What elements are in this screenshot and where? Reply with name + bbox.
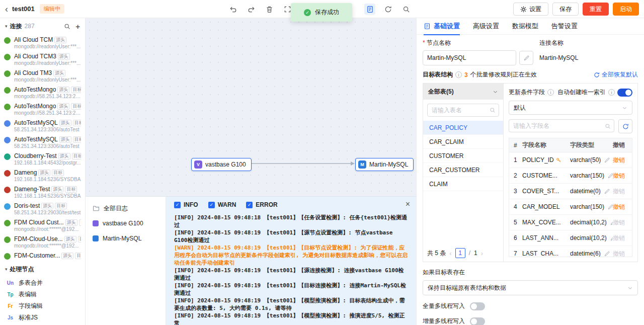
process-node-label: 表编辑 <box>19 290 37 299</box>
info-icon <box>547 89 554 96</box>
connection-list-item[interactable]: AutoTestMySQL源头目标58.251.34.123:3306/auto… <box>0 117 85 134</box>
search-icon[interactable] <box>400 4 412 15</box>
table-search-input[interactable] <box>427 104 499 117</box>
log-nav-label: 全部日志 <box>104 204 128 213</box>
log-filter-error[interactable]: ERROR <box>246 201 277 208</box>
restore-defaults-link[interactable]: 全部恢复默认 <box>594 70 638 79</box>
table-list-item[interactable]: CLAIM <box>423 177 503 191</box>
field-index: 3 <box>509 188 522 195</box>
connection-name: AutoTestMongo <box>14 86 56 93</box>
log-filter-warn[interactable]: WARN <box>208 201 236 208</box>
process-node-item[interactable]: Js标准JS <box>0 312 85 323</box>
delete-icon[interactable] <box>264 4 275 15</box>
full-thread-toggle[interactable] <box>470 302 485 310</box>
undo-link[interactable]: 撤销 <box>613 172 632 180</box>
tab-basic[interactable]: 基础设置 <box>424 18 460 35</box>
auto-index-toggle[interactable] <box>617 89 632 97</box>
connection-name-row: AutoTestMongo源头目标 <box>14 86 81 93</box>
flow-canvas[interactable]: V vastbase G100 M Martin-MySQL 全部日志vastb… <box>86 18 416 325</box>
back-icon[interactable]: ‹ <box>5 5 8 14</box>
connection-list-item[interactable]: Doris-test源头目标58.251.34.123:29030/test/t… <box>0 200 85 217</box>
connection-list-item[interactable]: Dameng-Test源头目标192.168.1.184:5236/SYSDBA <box>0 184 85 200</box>
close-icon[interactable]: × <box>406 200 410 209</box>
connection-search-icon[interactable] <box>64 23 70 30</box>
connection-list-item[interactable]: FDM Cloud Cust...源头目标mongodb://root:****… <box>0 217 85 233</box>
log-panel-icon[interactable] <box>364 4 375 15</box>
undo-icon[interactable] <box>227 4 238 15</box>
connection-list-item[interactable]: Ali Cloud TM3源头mongodb://readonlyUser:**… <box>0 67 85 84</box>
table-list-item[interactable]: CAR_CUSTOMER <box>423 163 503 177</box>
connection-list-item[interactable]: AutoTestMongo源头目标mongodb://58.251.34.123… <box>0 101 85 117</box>
node-name-input[interactable] <box>423 50 516 65</box>
refresh-icon[interactable] <box>382 4 393 15</box>
canvas-node-source[interactable]: V vastbase G100 <box>191 158 252 171</box>
tab-advanced[interactable]: 高级设置 <box>473 18 499 35</box>
collapse-caret-icon[interactable]: ▾ <box>5 267 8 272</box>
connection-list-item[interactable]: Cloudberry-Test源头目标192.168.1.184:45432/p… <box>0 150 85 167</box>
log-nav-item[interactable]: 全部日志 <box>86 201 166 216</box>
field-index: 4 <box>509 203 522 210</box>
log-nav-item[interactable]: Martin-MySQL <box>86 231 166 246</box>
save-button[interactable]: 保存 <box>552 3 579 16</box>
edit-type-icon[interactable] <box>604 188 610 195</box>
table-list-item[interactable]: CAR_CLAIM <box>423 135 503 149</box>
tab-label: 告警设置 <box>551 22 578 31</box>
node-icon <box>93 235 99 241</box>
connection-list-item[interactable]: FDM-Customer...源头目标 <box>0 250 85 261</box>
current-page[interactable]: 1 <box>455 248 465 258</box>
field-name: MAX_COVE... <box>522 219 570 226</box>
add-connection-icon[interactable]: + <box>75 23 80 30</box>
log-filter-label: WARN <box>218 201 236 208</box>
field-search-input[interactable] <box>509 119 614 132</box>
tables-dropdown[interactable]: 全部表(5) <box>423 84 503 100</box>
edit-type-icon[interactable] <box>604 251 610 257</box>
checkbox-checked-icon[interactable] <box>174 202 181 208</box>
process-node-item[interactable]: Un多表合并 <box>0 277 85 289</box>
connection-list-item[interactable]: Ali Cloud TCM源头mongodb://readonlyUser:**… <box>0 34 85 51</box>
reset-button[interactable]: 重置 <box>583 3 609 16</box>
connection-name-row: Doris-test源头目标 <box>14 202 81 209</box>
refresh-fields-button[interactable] <box>618 119 632 133</box>
tab-alert[interactable]: 告警设置 <box>551 18 578 35</box>
edit-type-icon[interactable] <box>604 157 610 164</box>
connection-list-item[interactable]: Dameng源头目标192.168.1.184:5236/SYSDBA <box>0 167 85 184</box>
process-node-item[interactable]: Fr字段编辑 <box>0 300 85 312</box>
log-filter-info[interactable]: INFO <box>174 201 198 208</box>
connection-name: AutoTestMySQL <box>14 119 58 126</box>
checkbox-checked-icon[interactable] <box>246 202 253 208</box>
start-button[interactable]: 启动 <box>613 3 639 16</box>
log-nav-item[interactable]: vastbase G100 <box>86 216 166 231</box>
settings-button[interactable]: 设置 <box>513 3 548 16</box>
incr-thread-toggle[interactable] <box>470 317 485 325</box>
table-list-item[interactable]: CAR_POLICY <box>423 121 503 135</box>
config-body: 节点名称 连接名称 Martin-MySQL 目标表结构 3 <box>417 35 644 325</box>
database-icon <box>4 187 11 193</box>
condition-mode-select[interactable]: 默认 <box>509 101 632 115</box>
field-row: 3COVER_ST...datetime(0)撤销 <box>509 184 632 199</box>
app: ‹ test001 编辑中 设置 保存 重置 启动 保存成功 <box>0 0 644 325</box>
connection-list-item[interactable]: AutoTestMongo源头目标mongodb://58.251.34.123… <box>0 84 85 101</box>
tab-data-model[interactable]: 数据模型 <box>512 18 538 35</box>
canvas-node-target[interactable]: M Martin-MySQL <box>355 158 414 171</box>
connection-list-item[interactable]: FDM-Cloud-Use...源头目标mongodb://root:*****… <box>0 233 85 250</box>
prev-page-icon[interactable]: ‹ <box>449 250 451 257</box>
redo-icon[interactable] <box>246 4 257 15</box>
collapse-caret-icon[interactable]: ▾ <box>5 24 8 29</box>
target-exists-select[interactable]: 保持目标端原有表结构和数据 <box>423 280 638 295</box>
field-type: decimal(10,2) <box>570 219 613 226</box>
undo-link[interactable]: 撤销 <box>613 203 632 211</box>
field-type: varchar(50) <box>570 156 613 164</box>
table-list-item[interactable]: CUSTOMER <box>423 149 503 163</box>
checkbox-checked-icon[interactable] <box>208 202 215 208</box>
undo-link[interactable]: 撤销 <box>613 156 632 165</box>
edit-type-icon[interactable] <box>607 173 613 179</box>
field-row: 6LAST_ANN...decimal(10,2)撤销 <box>509 230 632 246</box>
log-filter-label: ERROR <box>256 201 277 208</box>
connection-list-item[interactable]: AutoTestMySQL源头目标58.251.34.123:3306/auto… <box>0 134 85 150</box>
edit-type-icon[interactable] <box>607 204 613 210</box>
process-node-item[interactable]: Tp表编辑 <box>0 289 85 300</box>
column-header: 撤销 <box>613 141 632 149</box>
connection-list-item[interactable]: Ali Cloud TCM3源头mongodb://readonlyUser:*… <box>0 51 85 67</box>
next-page-icon[interactable]: › <box>481 250 483 257</box>
edit-node-name-button[interactable] <box>519 51 533 65</box>
